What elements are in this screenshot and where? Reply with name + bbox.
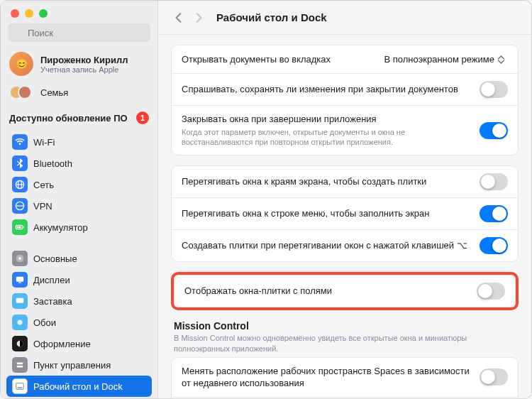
row-close-windows: Закрывать окна при завершении приложения… <box>172 106 518 155</box>
row-label: Отображать окна-плитки с полями <box>184 285 468 297</box>
section-title: Mission Control <box>174 320 516 332</box>
tabs-popup[interactable]: В полноэкранном режиме <box>381 53 508 66</box>
row-label: Спрашивать, сохранять ли изменения при з… <box>182 83 471 96</box>
update-badge: 1 <box>136 111 149 124</box>
software-update-row[interactable]: Доступно обновление ПО 1 <box>1 107 157 129</box>
mission-control-heading: Mission Control В Mission Control можно … <box>171 320 519 357</box>
row-label: Перетягивать окна к строке меню, чтобы з… <box>182 207 471 220</box>
battery-icon <box>12 219 28 235</box>
sidebar-item-appearance[interactable]: Оформление <box>6 333 152 354</box>
sidebar-item-bluetooth[interactable]: Bluetooth <box>6 153 152 174</box>
highlight-annotation: Отображать окна-плитки с полями <box>171 272 519 310</box>
traffic-lights <box>1 1 157 23</box>
toggle-hold-key[interactable] <box>480 237 508 254</box>
sidebar-item-network[interactable]: Сеть <box>6 174 152 195</box>
row-ask-save: Спрашивать, сохранять ли изменения при з… <box>172 74 518 106</box>
sidebar-item-label: Bluetooth <box>33 158 72 169</box>
row-label: Создавать плитки при перетягивании окон … <box>182 239 471 252</box>
main: Рабочий стол и Dock Открывать документы … <box>158 1 531 398</box>
sidebar-item-general[interactable]: Основные <box>6 248 152 269</box>
content-scroll[interactable]: Открывать документы во вкладках В полноэ… <box>158 35 531 398</box>
back-button[interactable] <box>171 10 187 26</box>
vpn-icon <box>12 198 28 214</box>
software-update-label: Доступно обновление ПО <box>9 113 128 124</box>
group-margins: Отображать окна-плитки с полями <box>174 275 516 307</box>
sidebar-item-label: Пункт управления <box>33 360 111 371</box>
toggle-tiled-margins[interactable] <box>477 283 505 300</box>
screensaver-icon <box>12 293 28 309</box>
section-desc: В Mission Control можно одновременно уви… <box>174 333 516 354</box>
sidebar-item-wallpaper[interactable]: Обои <box>6 312 152 333</box>
row-label: Закрывать окна при завершении приложения <box>182 113 471 126</box>
sidebar-item-label: Сеть <box>33 180 54 190</box>
sidebar-item-accessibility[interactable]: Универсальный доступ <box>6 397 152 398</box>
sidebar-item-label: Заставка <box>33 296 72 307</box>
sidebar-item-displays[interactable]: Дисплеи <box>6 269 152 290</box>
sidebar-item-wifi[interactable]: Wi-Fi <box>6 131 152 153</box>
row-switch-to-space: При переключении на программу переключат… <box>172 398 518 398</box>
toggle-close-windows[interactable] <box>480 122 508 139</box>
row-tiled-margins: Отображать окна-плитки с полями <box>174 275 515 307</box>
bluetooth-icon <box>12 155 28 171</box>
sidebar-item-label: Оформление <box>33 339 91 349</box>
family-label: Семья <box>40 87 68 98</box>
search-input[interactable] <box>8 23 150 42</box>
close-window-icon[interactable] <box>11 9 19 18</box>
sidebar-item-desktop-dock[interactable]: Рабочий стол и Dock <box>6 376 152 397</box>
popup-value: В полноэкранном режиме <box>384 54 494 65</box>
main-header: Рабочий стол и Dock <box>158 1 531 35</box>
minimize-window-icon[interactable] <box>25 9 33 18</box>
toggle-drag-menubar[interactable] <box>480 205 508 222</box>
appearance-icon <box>12 336 28 351</box>
sidebar-item-label: Дисплеи <box>33 275 70 285</box>
dock-icon <box>12 378 28 394</box>
account-sub: Учетная запись Apple <box>40 65 128 74</box>
row-label: Менять расположение рабочих пространств … <box>182 365 471 390</box>
sidebar-item-label: VPN <box>33 201 52 212</box>
forward-button[interactable] <box>191 10 206 26</box>
wifi-icon <box>12 134 28 150</box>
sidebar-item-label: Обои <box>33 317 56 328</box>
sidebar-item-vpn[interactable]: VPN <box>6 195 152 217</box>
svg-rect-12 <box>18 283 21 283</box>
group-documents: Открывать документы во вкладках В полноэ… <box>171 45 519 155</box>
sidebar-item-control-center[interactable]: Пункт управления <box>6 354 152 376</box>
nav-group-network: Wi-Fi Bluetooth Сеть VPN Аккумулятор <box>1 129 157 241</box>
sidebar-item-label: Основные <box>33 253 77 264</box>
wallpaper-icon <box>12 315 28 330</box>
gear-icon <box>12 251 28 266</box>
chevron-updown-icon <box>497 55 505 65</box>
row-sublabel: Когда этот параметр включен, открытые до… <box>182 127 471 148</box>
sidebar-item-label: Аккумулятор <box>33 222 88 233</box>
row-label: Перетягивать окна к краям экрана, чтобы … <box>182 175 471 188</box>
avatar: 😊 <box>9 52 33 76</box>
svg-rect-8 <box>23 226 23 229</box>
group-tiling: Перетягивать окна к краям экрана, чтобы … <box>171 165 519 262</box>
row-reorder-spaces: Менять расположение рабочих пространств … <box>172 358 518 398</box>
svg-rect-11 <box>16 277 24 282</box>
row-label: Открывать документы во вкладках <box>182 53 372 66</box>
group-mission-control: Менять расположение рабочих пространств … <box>171 357 519 398</box>
account-name: Пироженко Кирилл <box>40 55 128 65</box>
toggle-drag-edge[interactable] <box>480 173 508 190</box>
row-drag-edge: Перетягивать окна к краям экрана, чтобы … <box>172 166 518 198</box>
family-icon <box>9 84 33 100</box>
page-title: Рабочий стол и Dock <box>216 11 327 23</box>
toggle-reorder-spaces[interactable] <box>480 368 508 386</box>
globe-icon <box>12 177 28 192</box>
display-icon <box>12 272 28 288</box>
svg-point-14 <box>18 320 23 325</box>
account-row[interactable]: 😊 Пироженко Кирилл Учетная запись Apple <box>1 48 157 80</box>
toggle-ask-save[interactable] <box>480 81 508 98</box>
row-drag-menubar: Перетягивать окна к строке меню, чтобы з… <box>172 198 518 230</box>
sidebar-item-screensaver[interactable]: Заставка <box>6 290 152 312</box>
zoom-window-icon[interactable] <box>39 9 48 18</box>
svg-rect-13 <box>16 298 24 303</box>
sidebar-item-label: Рабочий стол и Dock <box>33 381 123 392</box>
sidebar: 😊 Пироженко Кирилл Учетная запись Apple … <box>1 1 158 398</box>
sidebar-item-battery[interactable]: Аккумулятор <box>6 217 152 238</box>
row-hold-key: Создавать плитки при перетягивании окон … <box>172 230 518 261</box>
svg-rect-16 <box>17 363 23 365</box>
nav-group-system: Основные Дисплеи Заставка Обои Оформлени… <box>1 245 157 398</box>
family-row[interactable]: Семья <box>1 80 157 107</box>
